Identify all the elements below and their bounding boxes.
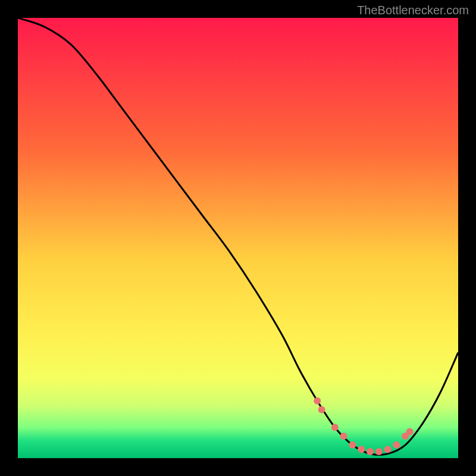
highlight-point	[314, 397, 321, 405]
watermark-text: TheBottlenecker.com	[357, 4, 469, 17]
highlight-point	[393, 441, 400, 449]
highlight-point	[340, 433, 347, 440]
highlight-point	[384, 446, 392, 453]
highlight-point	[375, 448, 383, 455]
plot-area	[18, 18, 458, 458]
highlight-point	[331, 424, 339, 431]
highlight-point	[318, 406, 325, 414]
highlight-point	[349, 441, 356, 449]
highlight-point	[358, 446, 365, 453]
highlight-point	[406, 428, 414, 436]
gradient-background	[18, 18, 458, 458]
chart-container: TheBottlenecker.com	[0, 0, 476, 476]
chart-svg	[18, 18, 458, 458]
highlight-point	[367, 448, 374, 455]
